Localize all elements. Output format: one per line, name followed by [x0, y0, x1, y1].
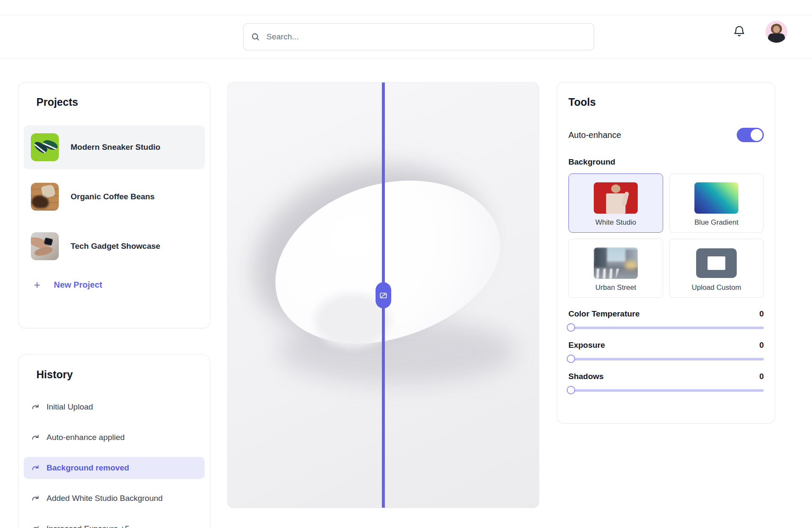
- history-item-initial-upload[interactable]: Initial Upload: [24, 392, 205, 422]
- auto-enhance-row: Auto-enhance: [568, 128, 764, 142]
- shadows-thumb[interactable]: [567, 386, 575, 394]
- history-item-auto-enhance-applied[interactable]: Auto-enhance applied: [24, 422, 205, 453]
- slider-label: Color Temperature: [568, 309, 640, 319]
- background-option-upload-custom[interactable]: Upload Custom: [669, 239, 764, 298]
- urban-street-thumbnail: [594, 248, 638, 279]
- project-label: Organic Coffee Beans: [71, 192, 155, 201]
- auto-enhance-toggle[interactable]: [737, 128, 764, 142]
- tools-panel: Tools Auto-enhance Background White Stud…: [557, 82, 775, 424]
- avatar-body: [768, 33, 785, 43]
- background-option-white-studio[interactable]: White Studio: [568, 173, 663, 233]
- blue-gradient-thumbnail: [694, 182, 738, 214]
- projects-title: Projects: [36, 96, 205, 108]
- project-label: Modern Sneaker Studio: [71, 143, 160, 152]
- white-studio-thumbnail: [594, 182, 638, 214]
- search-box: [243, 23, 594, 50]
- slider-value: 0: [759, 341, 764, 350]
- comparison-canvas: [227, 82, 539, 508]
- search-input[interactable]: [243, 23, 594, 50]
- notifications-button[interactable]: [732, 25, 746, 39]
- bell-icon: [732, 25, 746, 38]
- app-header: [0, 15, 812, 59]
- history-list: Initial Upload Auto-enhance applied Back…: [24, 392, 205, 528]
- slider-value: 0: [759, 372, 764, 381]
- history-item-label: Increased Exposure +5: [47, 524, 129, 528]
- project-thumbnail-sneakers: [31, 133, 59, 161]
- project-list: Modern Sneaker Studio Organic Coffee Bea…: [24, 125, 205, 268]
- slider-color-temperature: Color Temperature 0: [568, 309, 764, 329]
- project-thumbnail-gadget: [31, 232, 59, 260]
- avatar-face: [773, 26, 780, 33]
- project-thumbnail-coffee: [31, 183, 59, 211]
- exposure-thumb[interactable]: [567, 355, 575, 363]
- color-temperature-thumb[interactable]: [567, 323, 575, 332]
- history-panel: History Initial Upload Auto-enhance appl…: [18, 355, 210, 528]
- redo-arrow-icon: [31, 403, 40, 411]
- history-item-label: Background removed: [47, 463, 129, 473]
- compare-image-icon: [379, 291, 388, 300]
- background-option-label: Blue Gradient: [694, 218, 738, 227]
- slider-label: Exposure: [568, 341, 605, 350]
- history-item-added-white-studio-background[interactable]: Added White Studio Background: [24, 483, 205, 514]
- background-option-label: Urban Street: [595, 283, 636, 292]
- slider-value: 0: [759, 309, 764, 319]
- redo-arrow-icon: [31, 494, 40, 503]
- background-option-label: Upload Custom: [691, 283, 741, 292]
- compare-slider-handle[interactable]: [376, 282, 391, 308]
- redo-arrow-icon: [31, 464, 40, 472]
- plus-icon: +: [34, 279, 40, 290]
- background-option-label: White Studio: [595, 218, 636, 227]
- background-section-label: Background: [568, 157, 764, 167]
- toggle-knob: [751, 129, 763, 141]
- project-item-tech-gadget-showcase[interactable]: Tech Gadget Showcase: [24, 224, 205, 268]
- project-item-modern-sneaker-studio[interactable]: Modern Sneaker Studio: [24, 125, 205, 169]
- exposure-track[interactable]: [568, 358, 764, 360]
- history-item-label: Auto-enhance applied: [47, 433, 125, 442]
- upload-custom-icon: [694, 248, 738, 279]
- background-option-urban-street[interactable]: Urban Street: [568, 239, 663, 298]
- tools-title: Tools: [568, 96, 764, 108]
- history-title: History: [36, 368, 205, 381]
- shadows-track[interactable]: [568, 389, 764, 392]
- redo-arrow-icon: [31, 433, 40, 442]
- background-option-blue-gradient[interactable]: Blue Gradient: [669, 173, 764, 233]
- slider-exposure: Exposure 0: [568, 341, 764, 360]
- slider-label: Shadows: [568, 372, 604, 381]
- history-item-label: Added White Studio Background: [47, 494, 163, 503]
- user-avatar[interactable]: [765, 21, 787, 43]
- new-project-button[interactable]: + New Project: [34, 279, 102, 290]
- slider-shadows: Shadows 0: [568, 372, 764, 392]
- history-item-increased-exposure[interactable]: Increased Exposure +5: [24, 514, 205, 528]
- new-project-label: New Project: [54, 280, 102, 290]
- auto-enhance-label: Auto-enhance: [568, 130, 621, 140]
- color-temperature-track[interactable]: [568, 327, 764, 329]
- history-item-label: Initial Upload: [47, 402, 93, 412]
- history-item-background-removed[interactable]: Background removed: [24, 457, 205, 479]
- redo-arrow-icon: [31, 525, 40, 528]
- projects-panel: Projects Modern Sneaker Studio Organic C…: [18, 82, 210, 328]
- background-options-grid: White Studio Blue Gradient Urban Street …: [568, 173, 764, 298]
- project-item-organic-coffee-beans[interactable]: Organic Coffee Beans: [24, 175, 205, 219]
- project-label: Tech Gadget Showcase: [71, 242, 160, 251]
